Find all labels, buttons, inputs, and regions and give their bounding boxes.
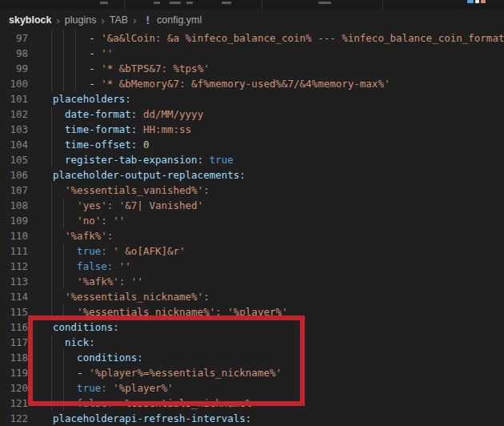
code-line-121[interactable]: 121 false: ~%essentials_nickname% [0, 396, 504, 411]
line-number[interactable]: 118 [0, 350, 28, 365]
code-token [137, 123, 143, 135]
code-line-119[interactable]: 119 - '%player%=%essentials_nickname%' [0, 365, 504, 380]
code-text: register-tab-expansion: true [53, 152, 234, 167]
code-token: placeholder-output-replacements: [53, 169, 246, 181]
code-line-120[interactable]: 120 true: '%player%' [0, 380, 504, 396]
breadcrumb-item-plugins[interactable]: plugins [65, 14, 97, 26]
code-token: - [89, 47, 101, 59]
code-line-110[interactable]: 110 '%afk%': [0, 228, 504, 243]
code-line-99[interactable]: 99 - '* &bTPS&7: %tps%' [0, 61, 504, 76]
line-number[interactable]: 112 [0, 259, 28, 274]
code-token: ' &o[AFK]&r' [113, 245, 185, 257]
tab-separator [124, 0, 125, 10]
breadcrumb-item-skyblock[interactable]: skyblock [9, 14, 52, 26]
indent-guide [51, 274, 52, 289]
code-line-98[interactable]: 98 - '' [0, 46, 504, 61]
line-number[interactable]: 109 [0, 213, 28, 228]
code-token: placeholders: [53, 93, 131, 105]
code-line-118[interactable]: 118 conditions: [0, 350, 504, 365]
code-line-117[interactable]: 117 nick: [0, 335, 504, 350]
line-number[interactable]: 121 [0, 396, 28, 411]
code-text: conditions: [53, 320, 119, 335]
code-token: '%afk%': [77, 275, 125, 287]
code-line-107[interactable]: 107 '%essentials_vanished%': [0, 183, 504, 198]
line-number[interactable]: 100 [0, 76, 28, 91]
code-line-103[interactable]: 103 time-format: HH:mm:ss [0, 122, 504, 137]
line-number[interactable]: 97 [0, 30, 28, 46]
tab-separator [262, 0, 262, 10]
line-number[interactable]: 105 [0, 152, 28, 167]
tab-label-fragment [186, 2, 193, 4]
indent-guide [51, 350, 52, 365]
editor-tab-bar[interactable] [0, 0, 504, 10]
code-token: conditions: [53, 321, 119, 333]
line-number[interactable]: 116 [0, 320, 28, 335]
code-token [125, 275, 131, 287]
code-token: 0 [143, 139, 150, 151]
code-editor[interactable]: 97 - '&a&lCoin: &a %infeco_balance_coin%… [0, 30, 504, 426]
line-number[interactable]: 110 [0, 228, 28, 243]
indent-guide [51, 213, 52, 228]
code-token: dd/MM/yyyy [143, 108, 203, 120]
line-number[interactable]: 119 [0, 365, 28, 380]
indent-guide [51, 137, 52, 152]
code-line-112[interactable]: 112 false: '' [0, 259, 504, 274]
indent-guide [51, 76, 52, 91]
line-number[interactable]: 115 [0, 304, 28, 320]
code-line-105[interactable]: 105 register-tab-expansion: true [0, 152, 504, 167]
code-line-106[interactable]: 106placeholder-output-replacements: [0, 167, 504, 183]
code-line-101[interactable]: 101placeholders: [0, 91, 504, 106]
code-text: true: '%player%' [53, 380, 174, 396]
code-text: '%essentials_vanished%': [53, 183, 210, 198]
line-number[interactable]: 107 [0, 183, 28, 198]
code-line-111[interactable]: 111 true: ' &o[AFK]&r' [0, 243, 504, 259]
indent-guide [51, 183, 52, 198]
line-number[interactable]: 104 [0, 137, 28, 152]
tab-label-fragment [318, 2, 331, 4]
code-token: '' [101, 47, 113, 59]
code-line-102[interactable]: 102 date-format: dd/MM/yyyy [0, 106, 504, 122]
line-number[interactable]: 102 [0, 106, 28, 122]
code-text: 'yes': '&7| Vanished' [53, 198, 203, 213]
code-line-109[interactable]: 109 'no': '' [0, 213, 504, 228]
code-line-97[interactable]: 97 - '&a&lCoin: &a %infeco_balance_coin%… [0, 30, 504, 46]
code-line-116[interactable]: 116conditions: [0, 320, 504, 335]
line-number[interactable]: 120 [0, 380, 28, 396]
line-number[interactable]: 111 [0, 243, 28, 259]
code-text: - '* &bMemory&7: &f%memory-used%&7/&4%me… [53, 76, 390, 91]
breadcrumb-item-tab[interactable]: TAB [110, 14, 128, 26]
indent-guide [51, 365, 52, 380]
code-text: placeholder-output-replacements: [53, 167, 246, 183]
line-number[interactable]: 106 [0, 167, 28, 183]
line-number[interactable]: 113 [0, 274, 28, 289]
code-token: '%player%=%essentials_nickname%' [89, 367, 282, 379]
line-number[interactable]: 122 [0, 411, 28, 426]
line-number[interactable]: 108 [0, 198, 28, 213]
code-text: time-offset: 0 [53, 137, 149, 152]
code-line-100[interactable]: 100 - '* &bMemory&7: &f%memory-used%&7/&… [0, 76, 504, 91]
code-line-113[interactable]: 113 '%afk%': '' [0, 274, 504, 289]
indent-guide [51, 30, 52, 46]
line-number[interactable]: 98 [0, 46, 28, 61]
yaml-file-icon: ! [145, 14, 151, 26]
line-number[interactable]: 114 [0, 289, 28, 304]
breadcrumb-item-file[interactable]: config.yml [157, 14, 202, 26]
code-token: '%essentials_nickname%': [77, 306, 222, 318]
chevron-right-icon: › [101, 15, 104, 26]
code-token: '%essentials_nickname%': [65, 291, 210, 303]
code-text: conditions: [53, 350, 143, 365]
chevron-right-icon: › [57, 15, 60, 26]
indent-guide [51, 106, 52, 122]
code-line-108[interactable]: 108 'yes': '&7| Vanished' [0, 198, 504, 213]
line-number[interactable]: 103 [0, 122, 28, 137]
code-line-114[interactable]: 114 '%essentials_nickname%': [0, 289, 504, 304]
line-number[interactable]: 101 [0, 91, 28, 106]
code-line-104[interactable]: 104 time-offset: 0 [0, 137, 504, 152]
code-line-115[interactable]: 115 '%essentials_nickname%': '%player%' [0, 304, 504, 320]
code-text: '%afk%': '' [53, 274, 143, 289]
tab-icon-fragment [475, 0, 479, 3]
code-line-122[interactable]: 122placeholderapi-refresh-intervals: [0, 411, 504, 426]
line-number[interactable]: 117 [0, 335, 28, 350]
indent-guide [51, 243, 52, 259]
line-number[interactable]: 99 [0, 61, 28, 76]
